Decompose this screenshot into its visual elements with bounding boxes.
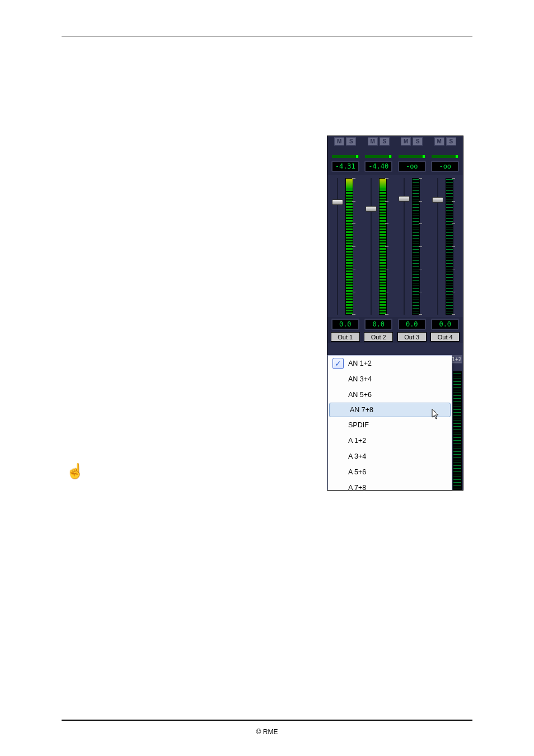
gain-readout: -oo — [398, 161, 426, 172]
footer: © RME — [0, 728, 534, 736]
output-label[interactable]: Out 2 — [364, 332, 393, 342]
mute-button[interactable]: M — [401, 137, 411, 146]
dropdown-label: SPDIF — [348, 421, 369, 429]
dropdown-item[interactable]: A 3+4 — [328, 449, 452, 464]
dropdown-item[interactable]: A 5+6 — [328, 464, 452, 480]
dropdown-label: AN 5+6 — [348, 391, 372, 399]
dropdown-label: A 3+4 — [348, 452, 366, 460]
dropdown-label: AN 3+4 — [348, 375, 372, 383]
side-meter — [453, 371, 462, 491]
gain-value-row: -4.31-4.40-oo-oo — [327, 159, 463, 175]
dropdown-label: AN 7+8 — [350, 406, 373, 414]
output-label[interactable]: Out 3 — [397, 332, 427, 342]
level-readout: 0.0 — [431, 319, 459, 330]
cursor-icon — [432, 408, 441, 423]
mute-solo-row: MSMSMSMS — [327, 136, 463, 147]
dropdown-label: A 5+6 — [348, 468, 366, 476]
gain-readout: -4.40 — [364, 161, 392, 172]
dropdown-label: A 7+8 — [348, 484, 366, 491]
fader-knob[interactable] — [432, 197, 443, 203]
dropdown-item[interactable]: ✓AN 1+2 — [328, 356, 452, 371]
fader-knob[interactable] — [399, 196, 410, 202]
pointing-hand-icon: ☝ — [66, 463, 84, 480]
gain-readout: -oo — [431, 161, 459, 172]
level-readout: 0.0 — [398, 319, 426, 330]
channel-strip — [329, 176, 362, 316]
output-label-row: Out 1Out 2Out 3Out 4 — [327, 332, 463, 343]
fader-area — [327, 175, 463, 317]
rule-top — [62, 36, 472, 36]
page: MSMSMSMS -4.31-4.40-oo-oo 0.00.00.00.0 O… — [0, 0, 534, 756]
mute-button[interactable]: M — [434, 137, 444, 146]
bottom-value-row: 0.00.00.00.0 — [327, 317, 463, 332]
solo-button[interactable]: S — [413, 137, 423, 146]
channel-strip — [395, 176, 429, 316]
dropdown-label: AN 1+2 — [348, 360, 372, 367]
dropdown-item[interactable]: AN 3+4 — [328, 371, 452, 387]
dropdown-item[interactable]: A 7+8 — [328, 480, 452, 491]
side-tag-top: 1+2 — [451, 355, 462, 363]
output-label[interactable]: Out 1 — [331, 332, 360, 342]
dropdown-label: A 1+2 — [348, 437, 366, 445]
mute-button[interactable]: M — [368, 137, 378, 146]
level-readout: 0.0 — [364, 319, 392, 330]
channel-strip — [429, 176, 462, 316]
peak-indicator-row — [327, 147, 463, 159]
channel-strip — [362, 176, 396, 316]
dropdown-item[interactable]: A 1+2 — [328, 433, 452, 449]
rule-bottom — [62, 720, 472, 721]
solo-button[interactable]: S — [380, 137, 390, 146]
check-icon: ✓ — [332, 358, 344, 369]
dropdown-item[interactable]: AN 5+6 — [328, 387, 452, 403]
level-readout: 0.0 — [331, 319, 359, 330]
mute-button[interactable]: M — [334, 137, 344, 146]
fader-knob[interactable] — [366, 206, 377, 212]
fader-knob[interactable] — [332, 199, 343, 205]
solo-button[interactable]: S — [346, 137, 356, 146]
mixer-screenshot: MSMSMSMS -4.31-4.40-oo-oo 0.00.00.00.0 O… — [327, 136, 463, 491]
output-label[interactable]: Out 4 — [430, 332, 460, 342]
gain-readout: -4.31 — [331, 161, 359, 172]
solo-button[interactable]: S — [446, 137, 456, 146]
